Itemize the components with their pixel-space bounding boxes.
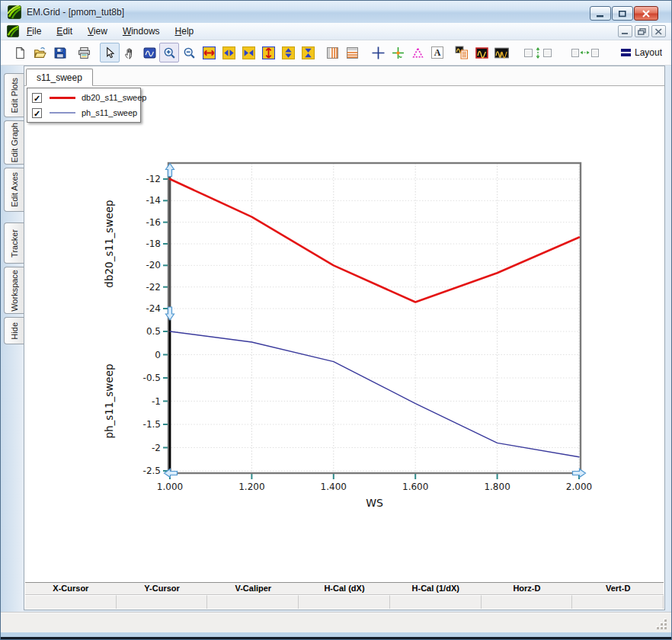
axis-right-arrow[interactable]: [573, 469, 586, 478]
minimize-button[interactable]: [590, 6, 611, 21]
tracker-value-cell: [572, 595, 664, 609]
status-bar: [1, 612, 671, 632]
tracker-value-cell: [482, 595, 573, 609]
sync-vertical-left-checkbox[interactable]: [524, 49, 533, 57]
tracker-column-header: X-Cursor: [25, 583, 117, 594]
svg-text:1.400: 1.400: [321, 482, 347, 492]
save-floppy-icon: [53, 46, 66, 59]
open-folder-icon: [34, 46, 46, 59]
plot-legend: ✓db20_s11_sweep✓ph_s11_sweep: [27, 88, 141, 123]
shrink-x-button[interactable]: [238, 43, 258, 62]
tracker-column-header: H-Cal (1/dX): [390, 583, 482, 594]
stretch-x-button[interactable]: [219, 43, 238, 62]
caliper-button[interactable]: [408, 43, 427, 62]
expand-x-icon: [203, 46, 216, 59]
zoom-in-button[interactable]: [159, 43, 179, 62]
client-area: Edit Plots Edit Graph Edit Axes Tracker …: [1, 66, 671, 612]
sync-horizontal-left-checkbox[interactable]: [571, 49, 579, 57]
plot-report-button[interactable]: [452, 43, 472, 62]
menu-windows[interactable]: Windows: [115, 24, 168, 39]
svg-text:-16: -16: [146, 217, 161, 228]
sidebar-tab-hide[interactable]: Hide: [4, 317, 24, 344]
svg-text:-20: -20: [146, 260, 161, 270]
sync-vertical-arrows-icon: [533, 46, 542, 59]
legend-item: ✓db20_s11_sweep: [27, 90, 140, 105]
menu-file[interactable]: File: [19, 24, 49, 39]
sync-horizontal-right-checkbox[interactable]: [591, 49, 599, 57]
axis-up-arrow[interactable]: [166, 164, 174, 177]
maximize-button[interactable]: [612, 6, 633, 21]
mdi-restore-button[interactable]: [635, 25, 649, 37]
expand-x-button[interactable]: [199, 43, 219, 62]
tracker-value-cell: [390, 595, 482, 609]
new-file-button[interactable]: [10, 43, 30, 62]
plot-canvas[interactable]: -12-14-16-18-20-22-240.50-0.5-1-1.5-2-2.…: [24, 86, 664, 558]
svg-text:-1: -1: [152, 396, 161, 407]
svg-text:0: 0: [155, 350, 161, 360]
single-trace-icon: [475, 46, 488, 59]
sync-horizontal-control[interactable]: [571, 43, 600, 62]
stretch-x-icon: [222, 46, 235, 59]
layout-button[interactable]: Layout: [621, 47, 662, 58]
zoom-region-icon: [143, 46, 156, 59]
new-file-icon: [14, 46, 27, 59]
close-icon: [642, 10, 651, 18]
document-tab-strip: s11_sweep: [24, 66, 664, 86]
multi-trace-button[interactable]: [491, 43, 511, 62]
zoom-in-icon: [163, 46, 176, 59]
mdi-close-button[interactable]: [651, 25, 666, 37]
sidebar-tab-edit-graph[interactable]: Edit Graph: [4, 120, 24, 165]
legend-checkbox[interactable]: ✓: [32, 108, 42, 118]
tracker-value-cell: [25, 595, 117, 609]
axis-tick-labels: -12-14-16-18-20-22-240.50-0.5-1-1.5-2-2.…: [143, 174, 593, 492]
sidebar-tab-edit-axes[interactable]: Edit Axes: [4, 168, 24, 212]
sidebar-tab-label: Edit Plots: [10, 78, 19, 113]
window-title: EM.Grid - [pmom_tut8b]: [27, 7, 124, 18]
zoom-out-button[interactable]: [179, 43, 199, 62]
tracker-value-cell: [299, 595, 390, 609]
mdi-system-menu-icon[interactable]: [7, 25, 19, 37]
tracker-readout-table: X-CursorY-CursorV-CaliperH-Cal (dX)H-Cal…: [25, 582, 664, 609]
menu-edit[interactable]: Edit: [49, 24, 80, 39]
pan-button[interactable]: [120, 43, 139, 62]
sidebar-tab-edit-plots[interactable]: Edit Plots: [4, 73, 24, 117]
app-window: EM.Grid - [pmom_tut8b] File Edit View Wi…: [0, 0, 672, 640]
menu-view[interactable]: View: [80, 24, 115, 39]
grid-lines: [168, 163, 581, 473]
tracker-button[interactable]: [388, 43, 408, 62]
text-annotation-button[interactable]: A: [427, 43, 447, 62]
resize-grip[interactable]: [656, 619, 667, 629]
save-button[interactable]: [50, 43, 69, 62]
sync-vertical-right-checkbox[interactable]: [543, 49, 552, 57]
mdi-close-icon: [654, 28, 663, 35]
close-button[interactable]: [634, 6, 658, 21]
zoom-region-button[interactable]: [139, 43, 159, 62]
legend-color-sample: [50, 112, 75, 114]
tracker-value-cell: [207, 595, 299, 609]
single-trace-button[interactable]: [472, 43, 491, 62]
sync-vertical-control[interactable]: [523, 43, 552, 62]
layout-label: Layout: [635, 47, 662, 58]
sidebar-tab-tracker[interactable]: Tracker: [4, 222, 24, 264]
app-icon[interactable]: [8, 5, 21, 19]
crosshair-button[interactable]: [368, 43, 388, 62]
tab-s11-sweep[interactable]: s11_sweep: [26, 69, 93, 86]
shrink-x-icon: [242, 46, 255, 59]
mdi-minimize-button[interactable]: [618, 25, 632, 37]
print-button[interactable]: [74, 43, 94, 62]
stretch-y-button[interactable]: [278, 43, 298, 62]
tracker-column-header: Y-Cursor: [117, 583, 208, 594]
vertical-grid-button[interactable]: [322, 43, 342, 62]
legend-color-sample: [50, 97, 75, 99]
sidebar-tab-workspace[interactable]: Workspace: [4, 267, 24, 314]
legend-checkbox[interactable]: ✓: [32, 93, 42, 103]
horizontal-grid-button[interactable]: [342, 43, 362, 62]
open-file-button[interactable]: [30, 43, 50, 62]
select-arrow-icon: [104, 46, 117, 59]
shrink-y-button[interactable]: [298, 43, 318, 62]
caliper-triangle-icon: [411, 46, 424, 59]
expand-y-button[interactable]: [258, 43, 278, 62]
select-cursor-button[interactable]: [100, 43, 120, 62]
tracker-column-header: V-Caliper: [207, 583, 299, 594]
menu-help[interactable]: Help: [168, 24, 202, 39]
